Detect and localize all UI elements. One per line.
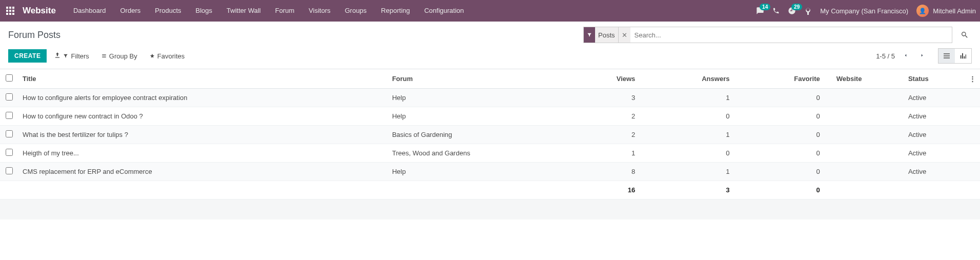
col-status[interactable]: Status bbox=[904, 69, 965, 89]
cell-views: 1 bbox=[573, 144, 648, 163]
export-icon[interactable] bbox=[52, 50, 63, 63]
cell-views: 3 bbox=[573, 89, 648, 107]
cell-forum: Help bbox=[388, 163, 573, 181]
filters-label: Filters bbox=[71, 52, 89, 60]
cell-title: CMS replacement for ERP and eCommerce bbox=[18, 163, 388, 181]
cell-answers: 1 bbox=[647, 89, 742, 107]
tools-icon[interactable] bbox=[804, 7, 812, 15]
user-menu[interactable]: 👤 Mitchell Admin bbox=[916, 5, 976, 17]
table-row[interactable]: CMS replacement for ERP and eCommerceHel… bbox=[0, 163, 980, 181]
menu-groups[interactable]: Groups bbox=[338, 0, 374, 22]
cell-favorite: 0 bbox=[742, 163, 832, 181]
row-checkbox[interactable] bbox=[6, 93, 13, 101]
pager-text: 1-5 / 5 bbox=[876, 52, 895, 60]
col-favorite[interactable]: Favorite bbox=[742, 69, 832, 89]
svg-rect-4 bbox=[9, 10, 11, 12]
pager-prev-icon[interactable] bbox=[900, 51, 911, 61]
cell-website bbox=[832, 144, 904, 163]
graph-view-icon[interactable] bbox=[955, 49, 971, 63]
filter-icon bbox=[584, 32, 595, 37]
pager-next-icon[interactable] bbox=[916, 51, 928, 61]
svg-rect-2 bbox=[12, 7, 14, 9]
company-selector[interactable]: My Company (San Francisco) bbox=[820, 7, 908, 15]
groupby-label: Group By bbox=[109, 52, 137, 60]
cell-views: 2 bbox=[573, 107, 648, 126]
menu-orders[interactable]: Orders bbox=[113, 0, 148, 22]
nav-right: 14 29 My Company (San Francisco) 👤 Mitch… bbox=[756, 5, 976, 17]
menu-dashboard[interactable]: Dashboard bbox=[66, 0, 113, 22]
cell-status: Active bbox=[904, 126, 965, 144]
cell-status: Active bbox=[904, 163, 965, 181]
cell-status: Active bbox=[904, 89, 965, 107]
app-brand[interactable]: Website bbox=[23, 6, 56, 16]
row-checkbox[interactable] bbox=[6, 149, 13, 156]
row-checkbox[interactable] bbox=[6, 130, 13, 137]
svg-rect-0 bbox=[6, 7, 8, 9]
menu-products[interactable]: Products bbox=[148, 0, 188, 22]
activities-icon[interactable]: 29 bbox=[788, 7, 796, 15]
menu-forum[interactable]: Forum bbox=[268, 0, 302, 22]
control-panel-bottom: CREATE Filters Group By Favorites 1-5 / … bbox=[0, 45, 980, 69]
cell-website bbox=[832, 107, 904, 126]
view-switcher bbox=[938, 48, 972, 64]
search-box[interactable]: Posts ✕ bbox=[583, 27, 952, 43]
menu-reporting[interactable]: Reporting bbox=[374, 0, 417, 22]
cell-title: What is the best fertilizer for tulips ? bbox=[18, 126, 388, 144]
cell-views: 8 bbox=[573, 163, 648, 181]
menu-configuration[interactable]: Configuration bbox=[417, 0, 471, 22]
cell-website bbox=[832, 126, 904, 144]
col-options-icon[interactable]: ⋮ bbox=[965, 69, 980, 89]
svg-rect-6 bbox=[6, 13, 8, 15]
groupby-button[interactable]: Group By bbox=[101, 52, 137, 60]
cell-forum: Help bbox=[388, 89, 573, 107]
table-row[interactable]: Heigth of my tree...Trees, Wood and Gard… bbox=[0, 144, 980, 163]
avatar: 👤 bbox=[916, 5, 929, 17]
table-row[interactable]: How to configure alerts for employee con… bbox=[0, 89, 980, 107]
select-all-checkbox[interactable] bbox=[6, 74, 13, 82]
cell-views: 2 bbox=[573, 126, 648, 144]
search-facet bbox=[584, 27, 595, 43]
col-answers[interactable]: Answers bbox=[647, 69, 742, 89]
svg-rect-8 bbox=[12, 13, 14, 15]
table-row[interactable]: How to configure new contract in Odoo ?H… bbox=[0, 107, 980, 126]
cell-favorite: 0 bbox=[742, 144, 832, 163]
col-forum[interactable]: Forum bbox=[388, 69, 573, 89]
row-checkbox[interactable] bbox=[6, 167, 13, 174]
menu-twitter-wall[interactable]: Twitter Wall bbox=[219, 0, 268, 22]
cell-title: How to configure alerts for employee con… bbox=[18, 89, 388, 107]
cell-favorite: 0 bbox=[742, 107, 832, 126]
search-input[interactable] bbox=[630, 31, 952, 39]
pager: 1-5 / 5 bbox=[876, 48, 972, 64]
search-facet-label: Posts bbox=[595, 27, 619, 43]
cell-favorite: 0 bbox=[742, 89, 832, 107]
favorites-label: Favorites bbox=[157, 52, 185, 60]
phone-icon[interactable] bbox=[772, 7, 780, 14]
filters-button[interactable]: Filters bbox=[63, 52, 89, 60]
menu-visitors[interactable]: Visitors bbox=[301, 0, 337, 22]
col-website[interactable]: Website bbox=[832, 69, 904, 89]
search-icon[interactable] bbox=[957, 31, 972, 39]
control-panel-top: Forum Posts Posts ✕ bbox=[0, 22, 980, 45]
favorites-button[interactable]: Favorites bbox=[150, 52, 185, 60]
cell-favorite: 0 bbox=[742, 126, 832, 144]
col-title[interactable]: Title bbox=[18, 69, 388, 89]
apps-icon[interactable] bbox=[4, 5, 16, 17]
posts-table: Title Forum Views Answers Favorite Websi… bbox=[0, 69, 980, 199]
row-checkbox[interactable] bbox=[6, 112, 13, 119]
cell-website bbox=[832, 163, 904, 181]
col-views[interactable]: Views bbox=[573, 69, 648, 89]
cell-status: Active bbox=[904, 144, 965, 163]
cell-website bbox=[832, 89, 904, 107]
menu-blogs[interactable]: Blogs bbox=[189, 0, 220, 22]
cell-answers: 1 bbox=[647, 126, 742, 144]
total-favorite: 0 bbox=[742, 181, 832, 199]
cell-answers: 0 bbox=[647, 144, 742, 163]
create-button[interactable]: CREATE bbox=[8, 49, 47, 63]
total-answers: 3 bbox=[647, 181, 742, 199]
facet-remove-icon[interactable]: ✕ bbox=[619, 27, 630, 43]
svg-rect-1 bbox=[9, 7, 11, 9]
messages-icon[interactable]: 14 bbox=[756, 7, 764, 15]
list-view-icon[interactable] bbox=[938, 49, 955, 63]
table-row[interactable]: What is the best fertilizer for tulips ?… bbox=[0, 126, 980, 144]
total-views: 16 bbox=[573, 181, 648, 199]
